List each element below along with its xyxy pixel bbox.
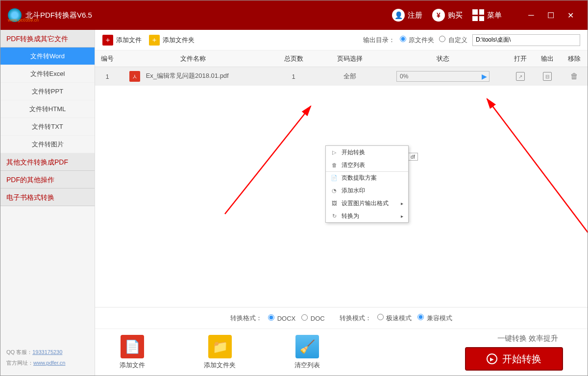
sidebar-item-to-txt[interactable]: 文件转TXT bbox=[0, 118, 95, 136]
open-file-icon[interactable]: ↗ bbox=[516, 72, 525, 81]
ctx-convert-to[interactable]: ↻转换为▸ bbox=[326, 210, 408, 222]
watermark-url: www.pc0359.cn bbox=[8, 18, 39, 23]
sidebar-item-to-excel[interactable]: 文件转Excel bbox=[0, 65, 95, 83]
buy-button[interactable]: ¥ 购买 bbox=[432, 9, 463, 22]
sidebar-item-to-ppt[interactable]: 文件转PPT bbox=[0, 83, 95, 100]
radio-custom-folder[interactable]: 自定义 bbox=[439, 36, 467, 45]
radio-compat-mode[interactable]: 兼容模式 bbox=[417, 314, 452, 323]
big-add-folder[interactable]: 📁 添加文件夹 bbox=[204, 335, 236, 370]
start-convert-button[interactable]: ▶ 开始转换 bbox=[465, 347, 563, 371]
slogan-text: 一键转换 效率提升 bbox=[465, 334, 563, 343]
options-row: 转换格式： DOCX DOC 转换模式： 极速模式 兼容模式 bbox=[95, 307, 588, 329]
bottom-panel: 转换格式： DOCX DOC 转换模式： 极速模式 兼容模式 📄 添加文件 bbox=[95, 307, 588, 376]
user-icon: 👤 bbox=[392, 9, 405, 22]
sidebar-group-pdf-to-other[interactable]: PDF转换成其它文件 bbox=[0, 30, 95, 47]
radio-docx[interactable]: DOCX bbox=[268, 314, 295, 322]
broom-icon: 🧹 bbox=[295, 335, 319, 358]
minimize-button[interactable]: ─ bbox=[521, 5, 541, 25]
big-add-file[interactable]: 📄 添加文件 bbox=[120, 335, 145, 370]
app-window: 北斗PDF转换器V6.5 www.pc0359.cn 👤 注册 ¥ 购买 菜单 … bbox=[0, 0, 588, 376]
file-name: Ex_编辑常见问题2018.01.pdf bbox=[146, 72, 229, 79]
ctx-start-convert[interactable]: ▷开始转换 bbox=[326, 146, 408, 159]
big-actions: 📄 添加文件 📁 添加文件夹 🧹 清空列表 一键转换 效率提升 bbox=[95, 329, 588, 376]
folder-plus-icon: ＋ bbox=[149, 35, 160, 46]
qq-link[interactable]: 1933175230 bbox=[32, 349, 62, 355]
site-link[interactable]: www.pdfer.cn bbox=[33, 360, 65, 366]
mode-label: 转换模式： bbox=[340, 314, 371, 323]
output-path-input[interactable] bbox=[472, 34, 580, 46]
add-file-icon: 📄 bbox=[121, 335, 144, 358]
svg-line-0 bbox=[225, 106, 311, 214]
titlebar: 北斗PDF转换器V6.5 www.pc0359.cn 👤 注册 ¥ 购买 菜单 … bbox=[0, 0, 588, 30]
big-clear-list[interactable]: 🧹 清空列表 bbox=[294, 335, 320, 370]
ctx-clear-list[interactable]: 🗑清空列表 bbox=[326, 159, 408, 171]
play-icon[interactable]: ▶ bbox=[482, 72, 487, 80]
radio-fast-mode[interactable]: 极速模式 bbox=[377, 314, 412, 323]
sidebar: PDF转换成其它文件 文件转Word 文件转Excel 文件转PPT 文件转HT… bbox=[0, 30, 95, 376]
progress-bar[interactable]: 0% ▶ bbox=[396, 71, 490, 82]
plus-icon: ＋ bbox=[102, 35, 113, 46]
page-select[interactable]: 全部 bbox=[320, 72, 379, 81]
remove-icon[interactable]: 🗑 bbox=[570, 72, 578, 80]
sidebar-item-to-image[interactable]: 文件转图片 bbox=[0, 136, 95, 153]
annotation-arrow-right bbox=[472, 92, 588, 253]
sidebar-item-to-html[interactable]: 文件转HTML bbox=[0, 100, 95, 118]
maximize-button[interactable]: ☐ bbox=[541, 5, 561, 25]
radio-doc[interactable]: DOC bbox=[301, 314, 325, 322]
grid-icon bbox=[472, 9, 484, 21]
ctx-watermark[interactable]: ◔添加水印 bbox=[326, 184, 408, 197]
sidebar-footer: QQ 客服：1933175230 官方网址：www.pdfer.cn bbox=[0, 339, 95, 376]
menu-button[interactable]: 菜单 bbox=[472, 9, 502, 21]
output-folder-icon[interactable]: ⊟ bbox=[543, 72, 552, 81]
tooltip-badge: df bbox=[408, 153, 418, 161]
sidebar-group-ebook[interactable]: 电子书格式转换 bbox=[0, 188, 95, 206]
radio-original-folder[interactable]: 原文件夹 bbox=[400, 36, 435, 45]
format-label: 转换格式： bbox=[230, 314, 262, 323]
table-body: 1 人 Ex_编辑常见问题2018.01.pdf 1 全部 0% ▶ ↗ ⊟ bbox=[95, 67, 588, 307]
ctx-page-extract[interactable]: 📄页数提取方案 bbox=[326, 171, 408, 184]
sidebar-group-other-to-pdf[interactable]: 其他文件转换成PDF bbox=[0, 153, 95, 171]
play-circle-icon: ▶ bbox=[487, 353, 497, 364]
sidebar-item-to-word[interactable]: 文件转Word bbox=[0, 47, 95, 65]
toolbar: ＋ 添加文件 ＋ 添加文件夹 输出目录： 原文件夹 自定义 bbox=[95, 30, 588, 50]
main-panel: ＋ 添加文件 ＋ 添加文件夹 输出目录： 原文件夹 自定义 编号 文件名称 总页… bbox=[95, 30, 588, 376]
add-file-button[interactable]: ＋ 添加文件 bbox=[102, 35, 142, 46]
close-button[interactable]: ✕ bbox=[561, 5, 580, 25]
context-menu: ▷开始转换 🗑清空列表 📄页数提取方案 ◔添加水印 🖼设置图片输出格式▸ ↻转换… bbox=[325, 145, 409, 223]
yen-icon: ¥ bbox=[432, 9, 445, 22]
add-folder-button[interactable]: ＋ 添加文件夹 bbox=[149, 35, 195, 46]
pdf-icon: 人 bbox=[129, 71, 140, 82]
sidebar-group-pdf-ops[interactable]: PDF的其他操作 bbox=[0, 171, 95, 188]
ctx-image-format[interactable]: 🖼设置图片输出格式▸ bbox=[326, 197, 408, 210]
table-header: 编号 文件名称 总页数 页码选择 状态 打开 输出 移除 bbox=[95, 50, 588, 67]
output-dir-label: 输出目录： bbox=[363, 36, 395, 45]
register-button[interactable]: 👤 注册 bbox=[392, 9, 422, 22]
svg-line-1 bbox=[487, 99, 588, 248]
annotation-arrow-left bbox=[213, 96, 325, 219]
add-folder-icon: 📁 bbox=[208, 335, 232, 358]
table-row[interactable]: 1 人 Ex_编辑常见问题2018.01.pdf 1 全部 0% ▶ ↗ ⊟ bbox=[95, 67, 588, 86]
